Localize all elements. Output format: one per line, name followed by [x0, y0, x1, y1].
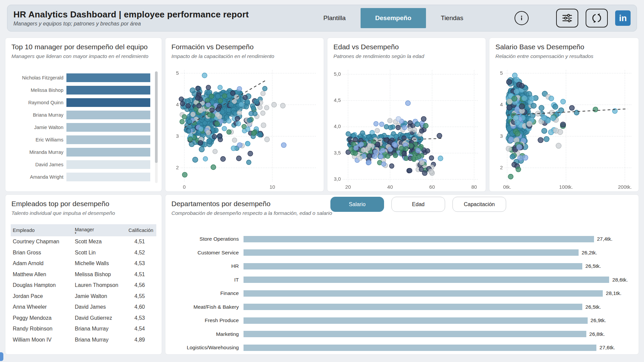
- manager-bar-row[interactable]: Briana Murray: [10, 109, 150, 121]
- department-bar[interactable]: [244, 277, 609, 283]
- filter-sliders-button[interactable]: [556, 9, 578, 27]
- scrollbar-track[interactable]: [155, 71, 158, 183]
- department-bar[interactable]: [244, 345, 596, 351]
- rating-value: 4,52: [126, 250, 156, 256]
- tab-desempeño[interactable]: Desempeño: [361, 8, 426, 28]
- info-icon[interactable]: [515, 11, 529, 25]
- manager-bar[interactable]: [66, 135, 150, 144]
- department-bar-row[interactable]: Fresh Produce26,9tk.: [171, 314, 633, 327]
- rating-value: 4,89: [126, 337, 156, 343]
- manager-bar-row[interactable]: David James: [10, 158, 150, 171]
- bar-value-label: 26,2tk.: [582, 250, 597, 256]
- linkedin-icon[interactable]: in: [615, 10, 631, 26]
- scrollbar-thumb[interactable]: [155, 71, 158, 163]
- manager-bar-row[interactable]: Jamie Walton: [10, 121, 150, 133]
- rating-value: 4,51: [126, 239, 156, 245]
- department-bar-row[interactable]: Customer Service26,2tk.: [171, 246, 633, 260]
- employee-name: Anna Wheeler: [11, 304, 73, 310]
- department-bar-row[interactable]: IT28,6tk.: [171, 273, 633, 287]
- edad-scatter-chart[interactable]: [331, 67, 482, 191]
- bar-value-label: 26,5tk.: [585, 263, 601, 269]
- manager-bar[interactable]: [66, 98, 150, 107]
- table-row[interactable]: Adam ArnoldMichelle Walls4,53: [11, 258, 156, 269]
- department-bar[interactable]: [244, 331, 586, 337]
- department-bar-row[interactable]: Store Operations27,4tk.: [171, 232, 633, 246]
- column-header-manager[interactable]: Manager▾: [73, 227, 126, 234]
- table-row[interactable]: Douglas HamptonLauren Thompson4,56: [11, 280, 156, 291]
- department-bar[interactable]: [244, 249, 579, 256]
- column-header-calificación[interactable]: Calificación: [126, 228, 165, 233]
- panel-subtitle: Impacto de la capacitación en el rendimi…: [171, 53, 318, 59]
- manager-name: Scott Lin: [73, 250, 126, 256]
- manager-bar[interactable]: [66, 173, 150, 181]
- bar-track: 26,2tk.: [244, 249, 633, 256]
- department-bar[interactable]: [244, 290, 603, 297]
- table-row[interactable]: Randy RobinsonBriana Murray4,54: [11, 323, 156, 335]
- rating-value: 4,53: [126, 315, 156, 321]
- manager-name: Michelle Walls: [73, 260, 126, 266]
- table-row[interactable]: Matthew AllenMelissa Bishop4,51: [11, 269, 156, 280]
- department-bar-row[interactable]: Finance28,1tk.: [171, 287, 633, 300]
- panel-top-employees: Empleados top por desempeño Talento indi…: [5, 194, 162, 355]
- manager-name: Raymond Quinn: [10, 100, 66, 105]
- table-row[interactable]: William Moon IVBriana Murray4,89: [11, 335, 156, 346]
- panel-edad-vs-desempeno: Edad vs Desempeño Patrones de rendimient…: [327, 38, 486, 192]
- department-name: HR: [171, 263, 244, 269]
- panel-title: Top 10 manager por desempeño del equipo: [11, 43, 156, 51]
- tab-tiendas[interactable]: Tiendas: [426, 8, 478, 28]
- formacion-scatter-chart[interactable]: [169, 67, 320, 191]
- department-name: IT: [171, 277, 244, 283]
- department-bar[interactable]: [244, 317, 588, 324]
- salario-scatter-chart[interactable]: [493, 67, 635, 191]
- department-bar[interactable]: [244, 263, 582, 269]
- metric-button-salario[interactable]: Salario: [330, 197, 384, 212]
- department-name: Marketing: [171, 331, 244, 337]
- department-bar[interactable]: [244, 304, 582, 310]
- panel-title: Salario Base vs Desempeño: [495, 43, 633, 51]
- bar-track: 26,8tk.: [244, 331, 633, 337]
- panel-subtitle: Patrones de rendimiento según la edad: [333, 53, 480, 59]
- manager-bar[interactable]: [66, 160, 150, 169]
- table-row[interactable]: Courtney ChapmanScott Meza4,51: [11, 236, 156, 247]
- rating-value: 4,53: [126, 260, 156, 266]
- department-bar-row[interactable]: HR26,5tk.: [171, 259, 633, 273]
- manager-bar-row[interactable]: Miranda Murray: [10, 146, 150, 158]
- metric-button-edad[interactable]: Edad: [391, 197, 445, 212]
- manager-name: Jamie Walton: [73, 293, 126, 299]
- employee-name: Courtney Chapman: [11, 239, 73, 245]
- table-row[interactable]: Peggy MendozaDavid Gutierrez4,53: [11, 313, 156, 324]
- manager-bar-row[interactable]: Nicholas Fitzgerald: [10, 71, 150, 84]
- tab-plantilla[interactable]: Plantilla: [309, 8, 361, 28]
- table-row[interactable]: Jordan PaceJamie Walton4,55: [11, 291, 156, 302]
- manager-bar[interactable]: [66, 123, 150, 132]
- page-scroll-indicator[interactable]: [0, 352, 3, 361]
- rating-value: 4,56: [126, 282, 156, 288]
- header-titles: HR Analytics Dashboard | employee perfor…: [13, 9, 309, 27]
- bar-track: 26,5tk.: [244, 263, 633, 269]
- manager-bar[interactable]: [66, 111, 150, 119]
- department-bar-row[interactable]: Meat/Fish & Bakery26,5tk.: [171, 300, 633, 314]
- employee-name: Adam Arnold: [11, 260, 73, 266]
- department-bar-row[interactable]: Logistics/Warehousing27,6tk.: [171, 341, 633, 355]
- manager-name: Briana Murray: [10, 112, 66, 118]
- department-bar-row[interactable]: Marketing26,8tk.: [171, 327, 633, 341]
- manager-bar[interactable]: [66, 86, 150, 95]
- page-subtitle: Managers y equipos top; patrones y brech…: [13, 21, 309, 27]
- metric-button-capacitación[interactable]: Capacitación: [452, 197, 506, 212]
- refresh-button[interactable]: [586, 9, 608, 27]
- table-row[interactable]: Brian GrossScott Lin4,52: [11, 247, 156, 258]
- manager-bar[interactable]: [66, 73, 150, 82]
- manager-bar-row[interactable]: Raymond Quinn: [10, 96, 150, 109]
- bar-track: 27,4tk.: [244, 236, 633, 242]
- manager-bar-row[interactable]: Melissa Bishop: [10, 84, 150, 96]
- manager-bar-row[interactable]: Eric Williams: [10, 133, 150, 146]
- table-row[interactable]: Anna WheelerDavid James4,60: [11, 302, 156, 313]
- column-header-empleado[interactable]: Empleado: [11, 228, 73, 233]
- manager-name: David James: [73, 304, 126, 310]
- rating-value: 4,60: [126, 304, 156, 310]
- department-bar[interactable]: [244, 236, 594, 242]
- manager-bar-row[interactable]: Amanda Wright: [10, 171, 150, 183]
- bar-value-label: 26,5tk.: [585, 304, 601, 310]
- department-name: Fresh Produce: [171, 317, 244, 323]
- manager-bar[interactable]: [66, 148, 150, 157]
